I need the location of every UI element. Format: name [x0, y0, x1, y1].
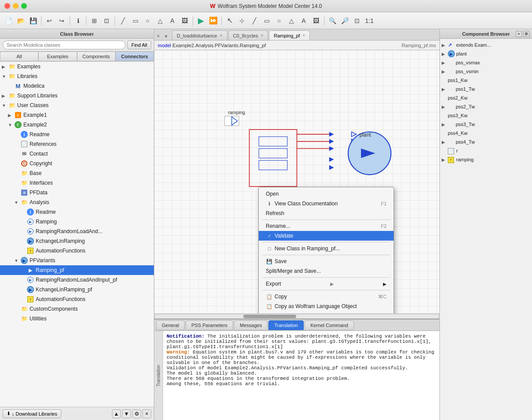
comp-pss3-kw[interactable]: pss3_Kw — [440, 111, 532, 120]
bottom-log-content[interactable]: Notification: The initialization problem… — [163, 331, 439, 420]
filter-components[interactable]: Components — [77, 52, 115, 61]
comp-extends[interactable]: ▶ ↗ extends Exam... — [440, 41, 532, 49]
tree-item-copyright[interactable]: © Copyright — [0, 159, 154, 168]
tree-item-automation2[interactable]: f AutomationFunctions — [0, 294, 154, 304]
ctx-refresh[interactable]: Refresh — [259, 208, 394, 218]
comp-pss2-tw[interactable]: ▶ pss2_Tw — [440, 102, 532, 111]
ctx-rename[interactable]: Rename... F2 — [259, 221, 394, 231]
tab-c0-close[interactable]: × — [260, 33, 263, 38]
comp-pss2-kw[interactable]: pss2_Kw — [440, 93, 532, 102]
new-file-icon[interactable]: 📄 — [3, 15, 14, 26]
tab-d-close[interactable]: × — [220, 33, 223, 38]
comp-pss-vsmin[interactable]: ▶ pss_vsmin — [440, 67, 532, 76]
comp-settings-icon[interactable]: ⚙ — [523, 31, 529, 37]
diagram-icon[interactable]: ⊞ — [89, 15, 100, 26]
tree-item-analysis-readme[interactable]: i Readme — [0, 207, 154, 217]
tree-item-example1[interactable]: E Example1 — [0, 110, 154, 120]
img-draw-icon[interactable]: 🖼 — [310, 15, 322, 26]
find-all-button[interactable]: Find All — [127, 41, 151, 49]
tree-item-analysis[interactable]: 📁 Analysis — [0, 197, 154, 207]
redo-icon[interactable]: ↪ — [56, 15, 67, 26]
scrollbar-thumb[interactable] — [243, 315, 296, 318]
comp-pss1-tw[interactable]: ▶ pss1_Tw — [440, 85, 532, 93]
download-libraries-button[interactable]: ⬇ ↓ Download Libraries — [3, 409, 61, 418]
tree-item-rampingrandominput[interactable]: ▶ RampingRandomLoadAndInput_pf — [0, 275, 154, 285]
ellipse-tool-icon[interactable]: ○ — [142, 15, 153, 26]
tree-item-ramping-pf[interactable]: ▶ Ramping_pf — [0, 265, 154, 275]
zoom-out-icon[interactable]: 🔎 — [339, 15, 350, 26]
close-tab-icon[interactable]: × — [154, 32, 162, 40]
text-tool-icon[interactable]: A — [167, 15, 178, 26]
pointer-icon[interactable]: ↖ — [224, 15, 235, 26]
tree-item-utilities[interactable]: 📁 Utilities — [0, 314, 154, 323]
comp-pss-vsmax[interactable]: ▶ pss_vsmax — [440, 58, 532, 67]
tree-item-libraries[interactable]: 📁 Libraries — [0, 71, 154, 81]
close-button[interactable] — [4, 3, 10, 9]
close-panel-button[interactable]: × — [142, 409, 151, 418]
info-icon[interactable]: ℹ — [72, 15, 84, 26]
tree-item-automation[interactable]: f AutomationFunctions — [0, 246, 154, 256]
rect-draw-icon[interactable]: ▭ — [261, 15, 272, 26]
tab-c0-8cycles[interactable]: C0_8cycles × — [228, 30, 268, 40]
scroll-up-button[interactable]: ▲ — [112, 409, 121, 418]
ctx-copy[interactable]: 📋Copy ⌘C — [259, 292, 394, 301]
tree-item-base[interactable]: 📁 Base — [0, 168, 154, 178]
tree-item-ramping[interactable]: ▶ Ramping — [0, 217, 154, 227]
tree-item-custom[interactable]: 📁 CustomComponents — [0, 304, 154, 314]
ctx-validate[interactable]: ✓Validate — [259, 231, 394, 241]
tab-ramping-close[interactable]: × — [303, 33, 305, 38]
ctx-save[interactable]: 💾Save — [259, 256, 394, 266]
comp-plant[interactable]: ▶ ▶ plant — [440, 49, 532, 58]
tree-item-support[interactable]: 📁 Support Libraries — [0, 91, 154, 100]
rect-tool-icon[interactable]: ▭ — [130, 15, 141, 26]
ctx-copy-image[interactable]: Copy as Image — [259, 311, 394, 313]
filter-examples[interactable]: Examples — [38, 52, 77, 61]
save-file-icon[interactable]: 💾 — [27, 15, 39, 26]
search-input[interactable] — [3, 41, 126, 49]
tab-general[interactable]: General — [156, 320, 185, 330]
ctx-export[interactable]: Export ▶ — [259, 279, 394, 289]
open-file-icon[interactable]: 📂 — [15, 15, 26, 26]
ctx-new-class[interactable]: □New Class in Ramping_pf... — [259, 244, 394, 253]
triangle-tool-icon[interactable]: △ — [154, 15, 166, 26]
comp-pss1-kw[interactable]: pss1_Kw — [440, 76, 532, 85]
tree-item-kchange-pf[interactable]: ▶ KchangeLinRamping_pf — [0, 285, 154, 294]
undo-icon[interactable]: ↩ — [44, 15, 55, 26]
icon-view-icon[interactable]: ⊡ — [101, 15, 112, 26]
tree-item-rampingrandom[interactable]: ▶ RampingRandomLoadAnd... — [0, 227, 154, 236]
ellipse-draw-icon[interactable]: ○ — [273, 15, 285, 26]
minimize-button[interactable] — [13, 3, 19, 9]
tree-item-examples[interactable]: 📁 Examples — [0, 62, 154, 71]
canvas-area[interactable]: ramping — [154, 50, 439, 313]
tab-messages[interactable]: Messages — [234, 320, 268, 330]
tree-item-kchange[interactable]: ▶ KchangeLinRamping — [0, 236, 154, 246]
tab-kernel-command[interactable]: Kernel Command — [305, 320, 354, 330]
tree-item-pfvariants[interactable]: ▶ PFVariants — [0, 256, 154, 265]
scroll-down-button[interactable]: ▼ — [122, 409, 131, 418]
class-tree[interactable]: 📁 Examples 📁 Libraries M Modelica 📁 Supp… — [0, 62, 154, 407]
comp-close-icon[interactable]: × — [516, 31, 522, 37]
tri-draw-icon[interactable]: △ — [286, 15, 297, 26]
text-draw-icon[interactable]: A — [298, 15, 309, 26]
tab-ramping-pf[interactable]: Ramping_pf × — [269, 30, 310, 40]
ctx-split-save[interactable]: Split/Merge and Save... — [259, 266, 394, 276]
comp-pss4-kw[interactable]: pss4_Kw — [440, 129, 532, 138]
zoom-actual-icon[interactable]: 1:1 — [364, 15, 375, 26]
filter-connectors[interactable]: Connectors — [115, 52, 154, 61]
line-tool-icon[interactable]: ╱ — [117, 15, 129, 26]
zoom-in-icon[interactable]: 🔍 — [327, 15, 338, 26]
image-tool-icon[interactable]: 🖼 — [179, 15, 190, 26]
maximize-button[interactable] — [21, 3, 27, 9]
tree-item-readme[interactable]: i Readme — [0, 130, 154, 139]
tree-item-example2[interactable]: E Example2 — [0, 120, 154, 130]
connect-icon[interactable]: ⊹ — [236, 15, 248, 26]
zoom-fit-icon[interactable]: ⊡ — [351, 15, 363, 26]
comp-ramping[interactable]: ▶ f ramping — [440, 155, 532, 164]
tab-d-loaddisturbance[interactable]: D_loaddisturbance × — [172, 30, 227, 40]
comp-tree[interactable]: ▶ ↗ extends Exam... ▶ ▶ plant ▶ pss_vsma… — [440, 39, 532, 420]
filter-all[interactable]: All — [0, 52, 38, 61]
tab-pss-parameters[interactable]: PSS Parameters — [186, 320, 233, 330]
tree-item-modelica[interactable]: M Modelica — [0, 81, 154, 91]
line-draw-icon[interactable]: ╱ — [249, 15, 260, 26]
tree-item-user-classes[interactable]: 📁 User Classes — [0, 100, 154, 110]
